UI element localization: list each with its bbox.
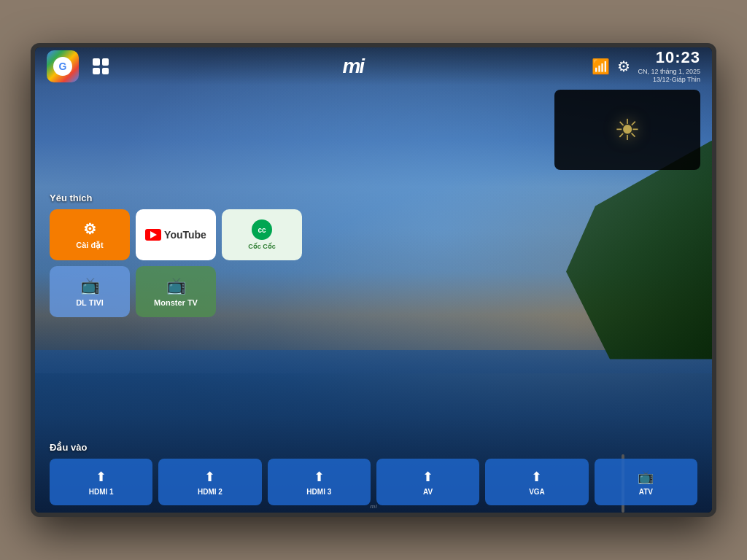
favorites-label: Yêu thích bbox=[50, 192, 302, 203]
input-hdmi3[interactable]: ⬆ HDMI 3 bbox=[268, 459, 371, 505]
status-left: G bbox=[47, 50, 114, 82]
sun-icon: ☀ bbox=[614, 113, 640, 147]
status-center: mi bbox=[114, 55, 592, 78]
hdmi2-label: HDMI 2 bbox=[198, 488, 222, 496]
play-triangle bbox=[150, 231, 157, 238]
hdmi1-icon: ⬆ bbox=[96, 469, 107, 485]
coccoc-label: Cốc Cốc bbox=[248, 243, 276, 250]
grid-menu-button[interactable] bbox=[88, 53, 114, 79]
input-atv[interactable]: 📺 ATV bbox=[595, 459, 697, 505]
app-monster-tv[interactable]: 📺 Monster TV bbox=[136, 266, 216, 317]
hdmi2-icon: ⬆ bbox=[204, 469, 215, 485]
time-block: 10:23 CN, 12 tháng 1, 2025 13/12-Giáp Th… bbox=[638, 48, 700, 85]
inputs-label: Đầu vào bbox=[50, 442, 697, 453]
input-hdmi1[interactable]: ⬆ HDMI 1 bbox=[50, 459, 152, 505]
app-settings[interactable]: ⚙ Cài đặt bbox=[50, 209, 130, 260]
favorites-section: Yêu thích ⚙ Cài đặt YouTube bbox=[50, 192, 302, 317]
atv-icon: 📺 bbox=[638, 469, 654, 485]
google-assistant-button[interactable]: G bbox=[47, 50, 79, 82]
youtube-row: YouTube bbox=[145, 229, 206, 241]
hdmi1-label: HDMI 1 bbox=[89, 488, 114, 496]
atv-label: ATV bbox=[639, 488, 653, 496]
google-assistant-icon: G bbox=[53, 57, 72, 76]
brightness-panel: ☀ bbox=[554, 90, 700, 170]
settings-icon[interactable]: ⚙ bbox=[617, 58, 630, 75]
status-right: 📶 ⚙ 10:23 CN, 12 tháng 1, 2025 13/12-Giá… bbox=[592, 48, 700, 85]
youtube-text: YouTube bbox=[164, 229, 206, 241]
monster-tv-label: Monster TV bbox=[154, 298, 198, 307]
youtube-play-icon bbox=[145, 229, 161, 241]
time-display: 10:23 bbox=[638, 48, 700, 67]
wifi-icon: 📶 bbox=[592, 58, 610, 75]
tv-frame: G mi 📶 ⚙ 10:23 bbox=[31, 43, 716, 517]
hdmi3-icon: ⬆ bbox=[314, 469, 325, 485]
av-label: AV bbox=[423, 488, 433, 496]
tv-screen: G mi 📶 ⚙ 10:23 bbox=[35, 47, 712, 513]
hdmi3-label: HDMI 3 bbox=[306, 488, 331, 496]
app-youtube[interactable]: YouTube bbox=[136, 209, 216, 260]
input-vga[interactable]: ⬆ VGA bbox=[485, 459, 588, 505]
input-hdmi2[interactable]: ⬆ HDMI 2 bbox=[158, 459, 261, 505]
inputs-row: ⬆ HDMI 1 ⬆ HDMI 2 ⬆ HDMI 3 ⬆ AV ⬆ bbox=[50, 459, 697, 505]
app-dl-tivi[interactable]: 📺 DL TIVI bbox=[50, 266, 130, 317]
inputs-section: Đầu vào ⬆ HDMI 1 ⬆ HDMI 2 ⬆ HDMI 3 ⬆ AV bbox=[50, 442, 697, 505]
av-icon: ⬆ bbox=[422, 469, 433, 485]
grid-icon bbox=[93, 58, 109, 74]
input-av[interactable]: ⬆ AV bbox=[376, 459, 479, 505]
mi-logo: mi bbox=[342, 55, 363, 78]
date-display: CN, 12 tháng 1, 2025 13/12-Giáp Thìn bbox=[638, 68, 700, 85]
apps-grid: ⚙ Cài đặt YouTube cc Cốc Cốc bbox=[50, 209, 302, 317]
app-coccoc[interactable]: cc Cốc Cốc bbox=[222, 209, 302, 260]
status-bar: G mi 📶 ⚙ 10:23 bbox=[35, 47, 712, 85]
monster-tv-icon: 📺 bbox=[166, 276, 186, 295]
settings-label: Cài đặt bbox=[76, 241, 104, 250]
dl-tivi-label: DL TIVI bbox=[76, 298, 104, 307]
vga-icon: ⬆ bbox=[531, 469, 542, 485]
coccoc-logo: cc bbox=[252, 219, 272, 240]
tv-icon: 📺 bbox=[80, 276, 100, 295]
vga-label: VGA bbox=[529, 488, 545, 496]
gear-icon: ⚙ bbox=[83, 220, 96, 238]
